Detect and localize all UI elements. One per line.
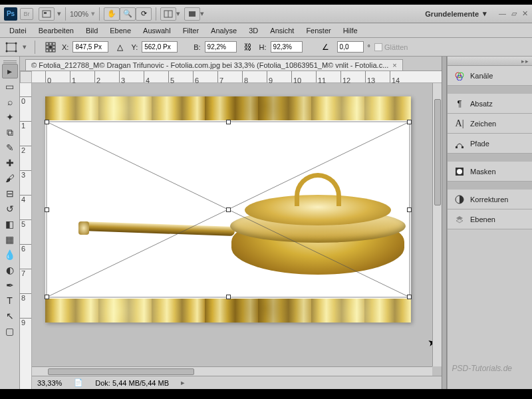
- rotate-view-icon[interactable]: ⟳: [136, 7, 152, 21]
- move-tool[interactable]: ▸: [2, 64, 18, 78]
- screen-mode-button[interactable]: [184, 7, 200, 21]
- menu-fenster[interactable]: Fenster: [301, 25, 336, 36]
- view-extras-button[interactable]: [39, 7, 55, 21]
- menu-bar: Datei Bearbeiten Bild Ebene Auswahl Filt…: [0, 23, 532, 38]
- hand-tool-icon[interactable]: ✋: [104, 7, 120, 21]
- watermark: PSD-Tutorials.de: [452, 364, 512, 373]
- horizontal-scrollbar[interactable]: [32, 366, 432, 376]
- zoom-level-display[interactable]: 100%: [70, 10, 88, 18]
- arrange-documents-button[interactable]: [160, 7, 176, 21]
- smooth-checkbox[interactable]: Glätten: [374, 43, 408, 51]
- panel-pfade[interactable]: Pfade: [448, 134, 532, 154]
- svg-rect-17: [49, 49, 52, 52]
- menu-ebene[interactable]: Ebene: [104, 25, 136, 36]
- artboard[interactable]: [45, 96, 411, 323]
- tool-palette: ▸ ▭ ⌕ ✦ ⧉ ✎ ✚ 🖌 ⊟ ↺ ◧ ▦ 💧 ◐ ✒ T ↖ ▢: [0, 57, 20, 389]
- gradient-tool[interactable]: ▦: [2, 232, 18, 247]
- stamp-tool[interactable]: ⊟: [2, 186, 18, 201]
- menu-ansicht[interactable]: Ansicht: [265, 25, 299, 36]
- angle-unit: °: [368, 43, 370, 51]
- shape-tool[interactable]: ▢: [2, 324, 18, 338]
- panel-korrekturen[interactable]: Korrekturen: [448, 190, 532, 209]
- width-input[interactable]: [205, 41, 237, 53]
- svg-rect-1: [44, 12, 47, 14]
- menu-bild[interactable]: Bild: [80, 25, 103, 36]
- y-input[interactable]: [142, 41, 178, 53]
- vertical-ruler[interactable]: 0 1 2 3 4 5 6 7 8 9: [20, 83, 32, 389]
- status-zoom[interactable]: 33,33%: [37, 379, 62, 387]
- close-window-button[interactable]: ✕: [522, 9, 528, 18]
- canvas[interactable]: ➤: [32, 83, 442, 376]
- photoshop-window: Ps Br ▾ 100% ▾ ✋ 🔍 ⟳ ▾ ▾ Grundelemente▾ …: [0, 5, 532, 389]
- svg-rect-16: [46, 49, 49, 52]
- panel-zeichen[interactable]: A| Zeichen: [448, 114, 532, 134]
- channels-icon: [454, 70, 465, 81]
- tab-close-icon[interactable]: ×: [392, 61, 396, 69]
- history-brush-tool[interactable]: ↺: [2, 201, 18, 216]
- height-input[interactable]: [271, 41, 303, 53]
- quick-select-tool[interactable]: ✦: [2, 110, 18, 124]
- pan-lid-handle: [295, 173, 341, 206]
- path-select-tool[interactable]: ↖: [2, 309, 18, 323]
- svg-point-28: [457, 169, 462, 174]
- options-bar: ▾ X: △ Y: B: ⛓ H: ∠ ° Glätten: [0, 38, 532, 57]
- svg-rect-25: [456, 146, 458, 148]
- brush-tool[interactable]: 🖌: [2, 171, 18, 186]
- x-label: X:: [62, 43, 68, 51]
- menu-bearbeiten[interactable]: Bearbeiten: [33, 25, 79, 36]
- document-tab[interactable]: © Fotolia_212788_M© Dragan Trifunovic - …: [25, 59, 403, 70]
- delta-icon[interactable]: △: [112, 41, 127, 54]
- reference-point-icon[interactable]: [43, 41, 58, 54]
- svg-point-9: [15, 50, 17, 52]
- paths-icon: [454, 138, 465, 149]
- menu-3d[interactable]: 3D: [243, 25, 263, 36]
- vertical-scrollbar[interactable]: [432, 83, 442, 366]
- panel-masken[interactable]: Masken: [448, 162, 532, 182]
- crop-tool[interactable]: ⧉: [2, 125, 18, 140]
- menu-auswahl[interactable]: Auswahl: [138, 25, 176, 36]
- bridge-logo-icon[interactable]: Br: [20, 8, 33, 20]
- maximize-button[interactable]: ▱: [511, 9, 517, 18]
- dodge-tool[interactable]: ◐: [2, 263, 18, 277]
- eyedropper-tool[interactable]: ✎: [2, 140, 18, 155]
- menu-filter[interactable]: Filter: [178, 25, 204, 36]
- height-label: H:: [259, 43, 267, 51]
- ruler-corner: [20, 71, 32, 83]
- svg-rect-26: [462, 146, 464, 148]
- menu-hilfe[interactable]: Hilfe: [338, 25, 363, 36]
- healing-tool[interactable]: ✚: [2, 156, 18, 170]
- x-input[interactable]: [72, 41, 108, 53]
- masks-icon: [454, 166, 465, 177]
- photoshop-logo-icon: Ps: [4, 7, 17, 21]
- panel-dock-header[interactable]: ▸▸: [448, 57, 532, 66]
- status-doc-size[interactable]: Dok: 5,44 MB/5,44 MB: [95, 379, 169, 387]
- menu-datei[interactable]: Datei: [4, 25, 32, 36]
- type-tool[interactable]: T: [2, 293, 18, 308]
- panel-ebenen[interactable]: Ebenen: [448, 209, 532, 229]
- panel-kanaele[interactable]: Kanäle: [448, 66, 532, 86]
- zoom-tool-icon[interactable]: 🔍: [120, 7, 136, 21]
- menu-analyse[interactable]: Analyse: [205, 25, 242, 36]
- workspace-selector[interactable]: Grundelemente▾: [425, 9, 487, 18]
- panel-absatz[interactable]: ¶ Absatz: [448, 94, 532, 114]
- svg-rect-10: [46, 43, 49, 45]
- horizontal-ruler[interactable]: 0 1 2 3 4 5 6 7 8 9 10 11 12 13 14: [32, 71, 442, 83]
- blur-tool[interactable]: 💧: [2, 247, 18, 262]
- transform-tool-icon[interactable]: [4, 41, 19, 54]
- panel-divider[interactable]: [442, 57, 447, 389]
- angle-input[interactable]: [337, 41, 364, 53]
- minimize-button[interactable]: —: [499, 9, 506, 18]
- svg-rect-13: [46, 46, 49, 49]
- gold-ornament-top: [45, 96, 411, 120]
- width-label: B:: [194, 43, 200, 51]
- panel-dock: ▸▸ Kanäle ¶ Absatz A| Zeichen Pfade Mask: [447, 57, 532, 389]
- pan-handle: [82, 221, 235, 236]
- status-menu-arrow[interactable]: ▸: [181, 378, 185, 387]
- title-bar: Ps Br ▾ 100% ▾ ✋ 🔍 ⟳ ▾ ▾ Grundelemente▾ …: [0, 5, 532, 23]
- lasso-tool[interactable]: ⌕: [2, 94, 18, 109]
- link-icon[interactable]: ⛓: [241, 41, 255, 54]
- marquee-tool[interactable]: ▭: [2, 79, 18, 94]
- pen-tool[interactable]: ✒: [2, 278, 18, 293]
- eraser-tool[interactable]: ◧: [2, 217, 18, 231]
- svg-rect-11: [49, 43, 52, 45]
